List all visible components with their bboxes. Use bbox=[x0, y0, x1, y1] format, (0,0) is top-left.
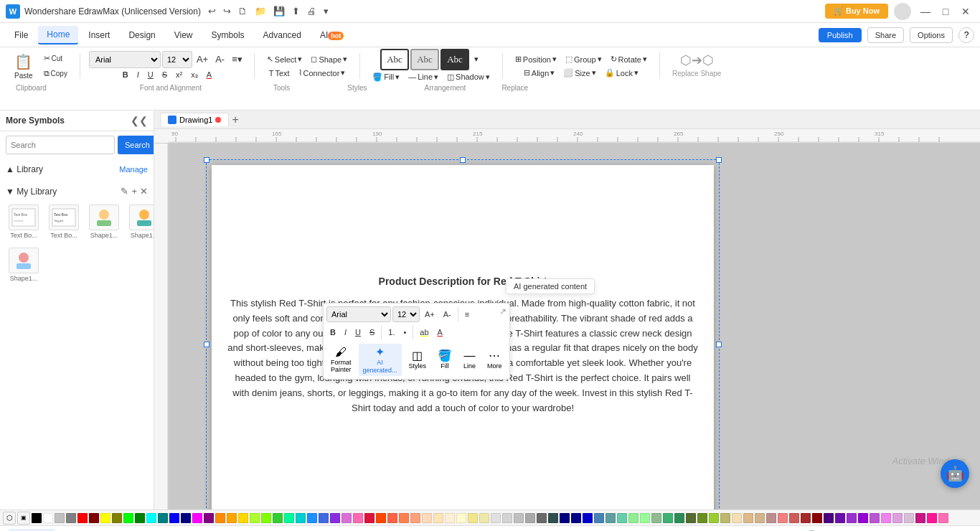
italic-button[interactable]: I bbox=[133, 68, 143, 81]
redo-button[interactable]: ↪ bbox=[220, 4, 234, 18]
position-button[interactable]: ⊞ Position ▾ bbox=[512, 52, 560, 66]
color-swatch[interactable] bbox=[433, 513, 443, 523]
color-swatch[interactable] bbox=[904, 513, 914, 523]
ft-list-ol-button[interactable]: 1. bbox=[385, 326, 398, 339]
color-swatch[interactable] bbox=[892, 513, 903, 523]
rotate-button[interactable]: ↻ Rotate ▾ bbox=[607, 52, 651, 66]
ft-bold-button[interactable]: B bbox=[326, 326, 339, 339]
color-swatch[interactable] bbox=[100, 513, 110, 523]
superscript-button[interactable]: x² bbox=[172, 68, 186, 81]
color-swatch[interactable] bbox=[824, 513, 834, 523]
color-swatch[interactable] bbox=[766, 513, 776, 523]
ft-ai-button[interactable]: ✦ AIgenerated... bbox=[359, 344, 402, 376]
drawing-tab[interactable]: Drawing1 bbox=[160, 113, 229, 126]
color-swatch[interactable] bbox=[261, 513, 271, 523]
manage-button[interactable]: Manage bbox=[119, 165, 148, 174]
font-family-select[interactable]: Arial bbox=[89, 51, 161, 68]
close-library-button[interactable]: ✕ bbox=[140, 186, 148, 197]
color-swatch[interactable] bbox=[617, 513, 627, 523]
cut-button[interactable]: ✂ Cut bbox=[40, 52, 71, 65]
export-button[interactable]: ⬆ bbox=[289, 4, 303, 18]
color-swatch[interactable] bbox=[227, 513, 237, 523]
menu-design[interactable]: Design bbox=[120, 27, 164, 44]
color-swatch[interactable] bbox=[732, 513, 742, 523]
color-swatch[interactable] bbox=[146, 513, 156, 523]
color-swatch[interactable] bbox=[169, 513, 179, 523]
color-swatch[interactable] bbox=[640, 513, 650, 523]
color-swatch[interactable] bbox=[491, 513, 501, 523]
ai-popup[interactable]: AI generated content bbox=[506, 278, 595, 294]
close-button[interactable]: ✕ bbox=[957, 3, 974, 20]
font-decrease-button[interactable]: A- bbox=[212, 52, 227, 66]
color-swatch[interactable] bbox=[273, 513, 283, 523]
ft-strike-button[interactable]: S bbox=[366, 326, 378, 339]
color-swatch[interactable] bbox=[606, 513, 616, 523]
color-swatch[interactable] bbox=[514, 513, 524, 523]
color-swatch[interactable] bbox=[192, 513, 202, 523]
color-swatch[interactable] bbox=[376, 513, 386, 523]
color-swatch[interactable] bbox=[399, 513, 409, 523]
text-color-button[interactable]: A bbox=[203, 68, 215, 81]
options-button[interactable]: Options bbox=[910, 27, 953, 43]
save-button[interactable]: 💾 bbox=[270, 4, 288, 18]
style-button-2[interactable]: Abc bbox=[410, 49, 439, 70]
add-tab-button[interactable]: + bbox=[232, 113, 238, 126]
add-library-button[interactable]: + bbox=[131, 186, 137, 197]
color-swatch[interactable] bbox=[525, 513, 535, 523]
color-swatch[interactable] bbox=[112, 513, 122, 523]
color-swatch[interactable] bbox=[858, 513, 868, 523]
color-swatch[interactable] bbox=[468, 513, 478, 523]
color-swatch[interactable] bbox=[801, 513, 811, 523]
color-swatch[interactable] bbox=[548, 513, 558, 523]
ft-size-select[interactable]: 12 bbox=[392, 306, 420, 322]
help-button[interactable]: ? bbox=[958, 27, 974, 43]
print-button[interactable]: 🖨 bbox=[304, 4, 319, 18]
ft-fill-button[interactable]: 🪣 Fill bbox=[433, 347, 456, 372]
color-swatch[interactable] bbox=[422, 513, 432, 523]
color-swatch[interactable] bbox=[628, 513, 639, 523]
bold-button[interactable]: B bbox=[119, 68, 132, 81]
color-swatch[interactable] bbox=[743, 513, 753, 523]
color-swatch[interactable] bbox=[204, 513, 214, 523]
handle-right[interactable] bbox=[716, 342, 722, 347]
color-swatch[interactable] bbox=[674, 513, 684, 523]
search-button[interactable]: Search bbox=[118, 136, 154, 154]
menu-view[interactable]: View bbox=[166, 27, 202, 44]
color-swatch[interactable] bbox=[77, 513, 88, 523]
color-swatch[interactable] bbox=[330, 513, 340, 523]
chatbot-button[interactable]: 🤖 bbox=[941, 459, 969, 488]
ft-list-ul-button[interactable]: • bbox=[400, 326, 410, 339]
color-swatch[interactable] bbox=[456, 513, 466, 523]
color-swatch[interactable] bbox=[55, 513, 65, 523]
select-button[interactable]: ↖ Select ▾ bbox=[263, 52, 306, 66]
color-swatch[interactable] bbox=[479, 513, 489, 523]
color-swatch[interactable] bbox=[537, 513, 547, 523]
color-swatch[interactable] bbox=[445, 513, 455, 523]
maximize-button[interactable]: □ bbox=[937, 3, 954, 20]
color-swatch[interactable] bbox=[238, 513, 248, 523]
color-swatch[interactable] bbox=[927, 513, 937, 523]
menu-file[interactable]: File bbox=[6, 27, 37, 44]
color-swatch[interactable] bbox=[215, 513, 225, 523]
color-swatch[interactable] bbox=[789, 513, 799, 523]
ft-highlight-button[interactable]: ab bbox=[416, 326, 432, 339]
canvas-viewport[interactable]: Product Description for Red T-Shirt This… bbox=[169, 144, 980, 509]
align-button[interactable]: ⊟ Align ▾ bbox=[520, 66, 558, 80]
color-swatch[interactable] bbox=[341, 513, 352, 523]
publish-button[interactable]: Publish bbox=[819, 28, 862, 42]
color-swatch[interactable] bbox=[663, 513, 673, 523]
shape-button[interactable]: ◻ Shape ▾ bbox=[307, 52, 351, 66]
color-swatch[interactable] bbox=[89, 513, 99, 523]
color-swatch[interactable] bbox=[812, 513, 822, 523]
font-increase-button[interactable]: A+ bbox=[194, 52, 211, 66]
text-tool-button[interactable]: T Text bbox=[265, 67, 293, 80]
color-swatch[interactable] bbox=[594, 513, 604, 523]
list-item[interactable]: Text Box content Text Bo... bbox=[6, 202, 42, 241]
open-button[interactable]: 📁 bbox=[252, 4, 269, 18]
color-swatch[interactable] bbox=[835, 513, 845, 523]
color-swatch[interactable] bbox=[387, 513, 397, 523]
color-swatch[interactable] bbox=[915, 513, 925, 523]
fill-indicator[interactable]: ▣ bbox=[17, 512, 30, 525]
styles-more-button[interactable]: ▾ bbox=[471, 52, 482, 66]
my-library-title[interactable]: ▼ My Library bbox=[6, 187, 57, 197]
